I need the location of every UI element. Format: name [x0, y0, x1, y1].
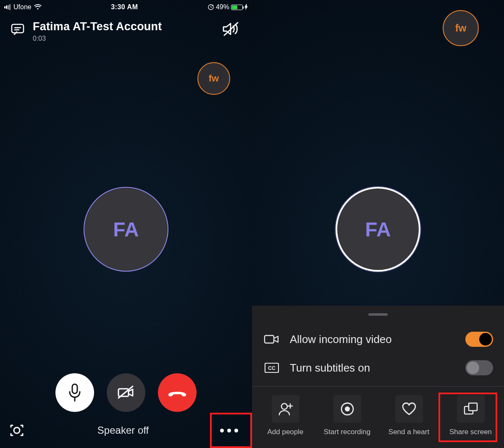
rotation-lock-icon	[207, 4, 214, 10]
bottom-bar: Speaker off	[0, 413, 252, 448]
add-people-icon	[272, 395, 299, 423]
start-recording-action[interactable]: Start recording	[316, 393, 378, 439]
call-header: Fatima AT-Test Account 0:03	[0, 14, 252, 47]
remote-avatar-initials: FA	[113, 218, 139, 241]
end-call-button[interactable]	[158, 373, 197, 412]
call-controls	[55, 373, 197, 412]
share-screen-action[interactable]: Share screen	[440, 393, 501, 439]
more-options-button[interactable]	[213, 415, 244, 446]
microphone-button[interactable]	[55, 373, 94, 412]
divider	[252, 386, 504, 387]
record-icon	[333, 395, 361, 423]
video-icon	[263, 333, 281, 345]
clock: 3:30 AM	[42, 3, 207, 11]
call-duration: 0:03	[33, 35, 214, 42]
subtitles-toggle[interactable]	[465, 360, 493, 375]
remote-participant-avatar: FA	[84, 187, 168, 272]
carrier-label: Ufone	[13, 3, 32, 11]
self-avatar-initials: fw	[209, 73, 219, 84]
camera-swap-button[interactable]	[8, 421, 33, 440]
cc-icon: CC	[263, 362, 281, 374]
svg-rect-1	[12, 24, 24, 33]
sheet-grabber[interactable]	[368, 313, 388, 316]
share-screen-icon	[457, 395, 485, 423]
heart-icon	[395, 395, 423, 423]
wifi-icon	[34, 4, 42, 10]
speaker-muted-icon[interactable]	[222, 20, 242, 37]
ios-status-bar: Ufone 3:30 AM 49%	[0, 0, 252, 14]
battery-pct: 49%	[216, 3, 229, 11]
actions-row: Add people Start recording Send a heart	[252, 393, 504, 439]
add-people-action[interactable]: Add people	[255, 393, 316, 439]
self-avatar-initials: fw	[455, 22, 467, 34]
svg-point-13	[281, 403, 287, 409]
self-video-avatar[interactable]: fw	[197, 62, 230, 95]
svg-text:CC: CC	[268, 365, 276, 371]
battery-icon	[231, 5, 243, 10]
camera-off-button[interactable]	[107, 373, 145, 412]
signal-icon	[4, 4, 11, 10]
svg-point-17	[345, 406, 350, 411]
share-screen-label: Share screen	[449, 428, 492, 436]
remote-participant-avatar: FA	[336, 187, 420, 272]
svg-rect-7	[118, 389, 129, 396]
start-recording-label: Start recording	[324, 428, 371, 436]
send-heart-label: Send a heart	[388, 428, 429, 436]
allow-incoming-video-row: Allow incoming video	[252, 325, 504, 354]
svg-rect-10	[265, 335, 274, 343]
allow-video-label: Allow incoming video	[290, 333, 456, 346]
send-heart-action[interactable]: Send a heart	[378, 393, 440, 439]
remote-avatar-initials: FA	[365, 218, 391, 241]
contact-name: Fatima AT-Test Account	[33, 20, 214, 33]
add-people-label: Add people	[267, 428, 303, 436]
allow-video-toggle[interactable]	[465, 332, 493, 347]
chat-icon[interactable]	[10, 20, 25, 37]
speaker-off-toast: Speaker off	[33, 424, 213, 436]
more-options-sheet: Allow incoming video CC Turn subtitles o…	[252, 306, 504, 448]
svg-point-9	[14, 427, 20, 433]
turn-subtitles-row: CC Turn subtitles on	[252, 354, 504, 382]
subtitles-label: Turn subtitles on	[290, 362, 456, 375]
self-video-avatar[interactable]: fw	[443, 10, 479, 46]
svg-rect-5	[72, 384, 77, 393]
charging-bolt-icon	[244, 4, 248, 10]
svg-rect-19	[469, 403, 477, 411]
call-screen-right: fw FA Allow incoming video CC Turn subti…	[252, 0, 504, 448]
call-screen-left: Ufone 3:30 AM 49% Fa	[0, 0, 252, 448]
